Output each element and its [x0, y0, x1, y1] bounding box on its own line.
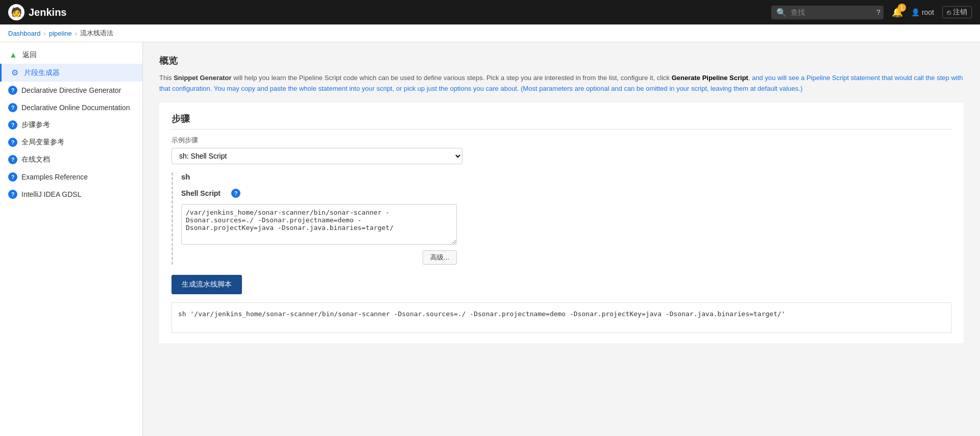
sidebar-item-steps-ref[interactable]: ? 步骤参考	[0, 116, 142, 134]
logout-label: 注销	[953, 8, 967, 17]
user-icon: 👤	[911, 8, 920, 16]
sidebar-item-online-label: 在线文档	[21, 155, 50, 164]
shell-script-label: Shell Script	[181, 187, 227, 197]
step-id-label: sh	[181, 172, 951, 181]
script-textarea-wrapper: /var/jenkins_home/sonar-scanner/bin/sona…	[181, 204, 951, 246]
jenkins-title: Jenkins	[29, 7, 66, 18]
help-icon-online: ?	[8, 155, 17, 164]
sidebar-item-global-var[interactable]: ? 全局变量参考	[0, 134, 142, 151]
logout-icon: ⎋	[947, 8, 951, 16]
gear-icon: ⚙	[10, 68, 20, 78]
advanced-button[interactable]: 高级...	[423, 250, 457, 265]
sidebar-item-back-label: 返回	[22, 50, 37, 60]
top-nav: 🧑 Jenkins 🔍 ? 🔔 1 👤 root ⎋ 注销	[0, 0, 980, 24]
jenkins-logo[interactable]: 🧑 Jenkins	[8, 4, 66, 20]
advanced-row: 高级...	[181, 250, 457, 265]
breadcrumb-sep-2: ›	[75, 30, 77, 37]
main-content: 概览 This Snippet Generator will help you …	[143, 42, 980, 436]
overview-description: This Snippet Generator will help you lea…	[159, 73, 964, 94]
sidebar-item-examples-label: Examples Reference	[21, 173, 88, 181]
help-icon-global: ?	[8, 138, 17, 147]
overview-text-2: will help you learn the Pipeline Script …	[232, 74, 672, 82]
generate-pipeline-button[interactable]: 生成流水线脚本	[172, 275, 242, 294]
main-layout: ▲ 返回 ⚙ 片段生成器 ? Declarative Directive Gen…	[0, 42, 980, 436]
search-icon: 🔍	[776, 8, 787, 17]
breadcrumb: Dashboard › pipeline › 流水线语法	[0, 24, 980, 42]
shell-script-field-row: Shell Script ?	[181, 187, 951, 198]
user-menu[interactable]: 👤 root	[911, 8, 934, 16]
sidebar-item-intellij-label: IntelliJ IDEA GDSL	[21, 190, 82, 198]
notifications-bell[interactable]: 🔔 1	[892, 7, 903, 18]
breadcrumb-sep-1: ›	[44, 30, 46, 37]
sidebar-item-online-docs[interactable]: ? 在线文档	[0, 151, 142, 168]
script-textarea[interactable]: /var/jenkins_home/sonar-scanner/bin/sona…	[181, 204, 457, 245]
notification-badge: 1	[898, 4, 906, 12]
sidebar-item-declarative-docs[interactable]: ? Declarative Online Documentation	[0, 99, 142, 116]
search-input[interactable]	[791, 8, 872, 16]
sidebar: ▲ 返回 ⚙ 片段生成器 ? Declarative Directive Gen…	[0, 42, 143, 436]
sidebar-item-snippet-label: 片段生成器	[24, 68, 60, 78]
sidebar-item-steps-label: 步骤参考	[21, 120, 50, 130]
steps-section: 步骤 示例步骤 sh: Shell Script sh Shell Script…	[159, 102, 964, 343]
help-icon-directive: ?	[8, 86, 17, 95]
arrow-up-icon: ▲	[8, 50, 18, 60]
sample-steps-dropdown[interactable]: sh: Shell Script	[172, 148, 462, 164]
pipeline-output: sh '/var/jenkins_home/sonar-scanner/bin/…	[172, 302, 951, 333]
help-icon-intellij: ?	[8, 190, 17, 199]
sidebar-item-snippet[interactable]: ⚙ 片段生成器	[0, 64, 142, 82]
user-label: root	[922, 8, 934, 16]
help-circle-icon[interactable]: ?	[876, 8, 880, 16]
logout-button[interactable]: ⎋ 注销	[942, 6, 972, 18]
help-icon-steps: ?	[8, 120, 17, 130]
sidebar-item-global-label: 全局变量参考	[21, 138, 64, 147]
sidebar-item-directive-label: Declarative Directive Generator	[21, 86, 121, 94]
sidebar-item-intellij[interactable]: ? IntelliJ IDEA GDSL	[0, 186, 142, 203]
overview-text-1: This	[159, 74, 174, 82]
search-bar: 🔍 ?	[771, 6, 884, 19]
help-icon-examples: ?	[8, 172, 17, 182]
sidebar-item-examples[interactable]: ? Examples Reference	[0, 168, 142, 186]
jenkins-logo-icon: 🧑	[8, 4, 24, 20]
sidebar-item-docs-label: Declarative Online Documentation	[21, 104, 130, 112]
help-icon-docs: ?	[8, 103, 17, 112]
sample-steps-label: 示例步骤	[172, 136, 951, 145]
overview-bold2: Generate Pipeline Script	[672, 74, 748, 82]
sidebar-item-back[interactable]: ▲ 返回	[0, 46, 142, 64]
breadcrumb-dashboard[interactable]: Dashboard	[8, 30, 41, 37]
step-config: sh Shell Script ? /var/jenkins_home/sona…	[172, 172, 951, 265]
overview-title: 概览	[159, 55, 964, 67]
steps-title: 步骤	[172, 113, 951, 130]
shell-script-help-button[interactable]: ?	[231, 189, 240, 198]
sidebar-item-declarative-directive[interactable]: ? Declarative Directive Generator	[0, 82, 142, 99]
breadcrumb-pipeline[interactable]: pipeline	[49, 30, 72, 37]
overview-bold: Snippet Generator	[174, 74, 231, 82]
breadcrumb-current: 流水线语法	[80, 29, 113, 38]
